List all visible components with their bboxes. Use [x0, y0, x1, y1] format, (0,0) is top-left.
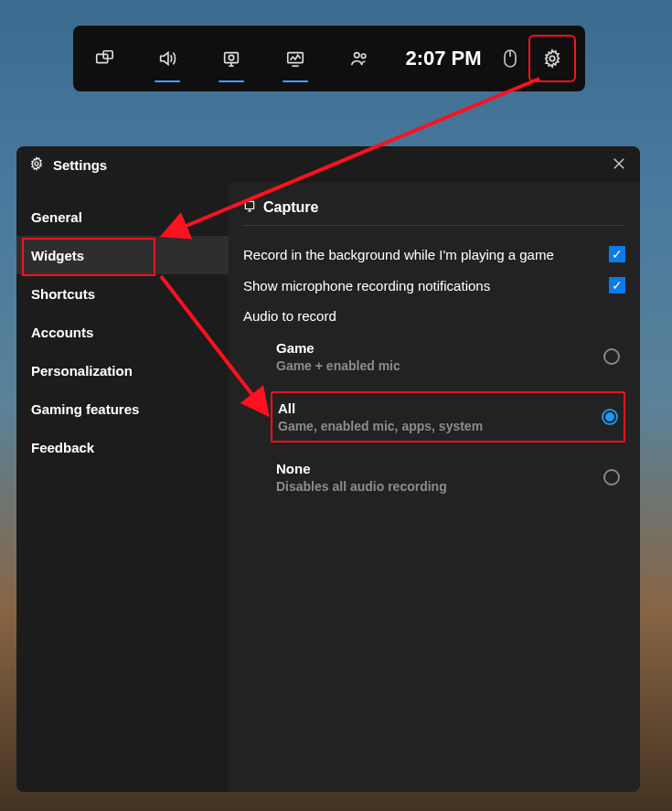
radio-title: None: [276, 461, 447, 476]
close-button[interactable]: [611, 155, 627, 175]
svg-rect-2: [225, 53, 239, 63]
audio-to-record-label: Audio to record: [243, 301, 625, 329]
svg-point-5: [355, 53, 360, 59]
settings-sidebar: General Widgets Shortcuts Accounts Perso…: [16, 183, 229, 792]
pin-icon[interactable]: [73, 48, 135, 69]
sidebar-item-label: Accounts: [31, 325, 93, 340]
radio-desc: Disables all audio recording: [276, 479, 447, 494]
performance-widget-button[interactable]: [263, 26, 327, 91]
svg-rect-13: [245, 201, 253, 208]
radio-option-all[interactable]: All Game, enabled mic, apps, system: [271, 391, 625, 443]
panel-header: Settings: [16, 146, 640, 183]
mic-notifications-label: Show microphone recording notifications: [243, 278, 490, 293]
record-background-row[interactable]: Record in the background while I'm playi…: [243, 239, 625, 270]
capture-widget-button[interactable]: [199, 26, 263, 91]
settings-content: Capture Record in the background while I…: [229, 183, 640, 792]
radio-indicator[interactable]: [603, 469, 620, 486]
sidebar-item-label: Shortcuts: [31, 286, 95, 302]
record-background-label: Record in the background while I'm playi…: [243, 247, 554, 262]
svg-point-3: [229, 55, 234, 60]
radio-desc: Game + enabled mic: [276, 358, 400, 373]
radio-title: Game: [276, 340, 400, 356]
audio-radio-group: Game Game + enabled mic All Game, enable…: [243, 333, 625, 501]
sidebar-item-accounts[interactable]: Accounts: [16, 313, 229, 351]
svg-point-6: [361, 54, 366, 59]
sidebar-item-label: Feedback: [31, 440, 94, 455]
radio-title: All: [278, 400, 483, 416]
panel-title: Settings: [53, 157, 107, 173]
clock-label: 2:07 PM: [391, 47, 496, 70]
sidebar-item-widgets[interactable]: Widgets: [16, 236, 229, 274]
mic-notifications-checkbox[interactable]: ✓: [609, 277, 625, 293]
mic-notifications-row[interactable]: Show microphone recording notifications …: [243, 270, 625, 301]
sidebar-item-gaming-features[interactable]: Gaming features: [16, 389, 229, 428]
sidebar-item-label: Widgets: [31, 248, 84, 263]
radio-desc: Game, enabled mic, apps, system: [278, 419, 483, 433]
mouse-icon: [496, 48, 525, 69]
svg-point-9: [549, 56, 555, 61]
sidebar-item-shortcuts[interactable]: Shortcuts: [16, 274, 229, 313]
record-background-checkbox[interactable]: ✓: [609, 246, 625, 262]
radio-indicator[interactable]: [602, 409, 618, 425]
sidebar-item-label: Gaming features: [31, 401, 139, 417]
svg-point-10: [35, 162, 38, 165]
sidebar-item-feedback[interactable]: Feedback: [16, 428, 229, 466]
capture-icon: [243, 199, 256, 216]
audio-widget-button[interactable]: [135, 26, 199, 91]
radio-option-game[interactable]: Game Game + enabled mic: [271, 333, 625, 380]
gear-icon: [29, 156, 44, 174]
sidebar-item-label: General: [31, 209, 82, 225]
capture-section-label: Capture: [263, 199, 318, 216]
sidebar-item-label: Personalization: [31, 363, 133, 379]
xbox-social-button[interactable]: [327, 26, 391, 91]
capture-section-title: Capture: [243, 199, 625, 226]
sidebar-item-general[interactable]: General: [16, 197, 229, 236]
radio-indicator[interactable]: [603, 348, 620, 365]
settings-button[interactable]: [528, 35, 576, 82]
settings-panel: Settings General Widgets Shortcuts Accou…: [16, 146, 640, 792]
radio-option-none[interactable]: None Disables all audio recording: [271, 454, 625, 501]
sidebar-item-personalization[interactable]: Personalization: [16, 351, 229, 389]
game-bar: 2:07 PM: [73, 26, 585, 91]
